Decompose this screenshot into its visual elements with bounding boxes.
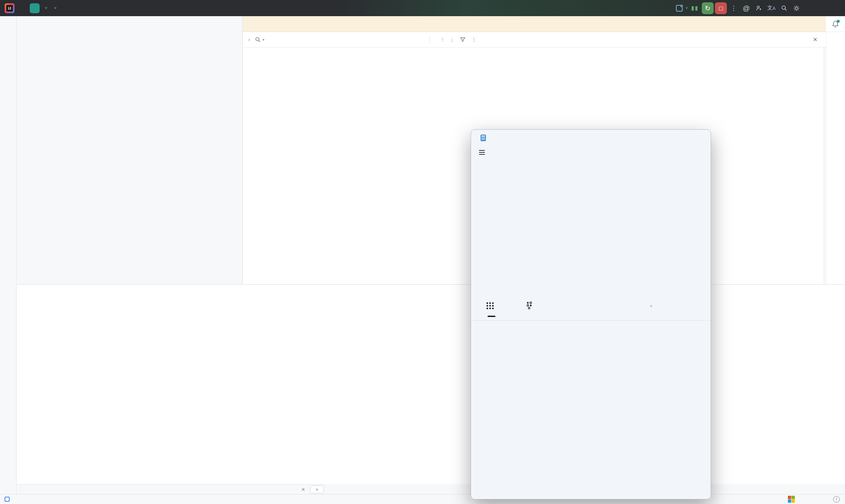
search-options-kebab-icon[interactable]: ⋮ <box>471 37 477 43</box>
prev-occurrence-icon[interactable]: ↑ <box>441 36 444 43</box>
filter-search-icon[interactable] <box>459 36 466 43</box>
intellij-logo: IJ <box>5 3 15 13</box>
search-input[interactable] <box>267 34 425 45</box>
debug-tool-window <box>17 284 845 484</box>
run-config-chevron: ˅ <box>685 6 688 11</box>
more-run-actions-icon[interactable]: ⋮ <box>728 3 739 14</box>
calculator-titlebar <box>471 130 711 146</box>
inspections-widget-icon[interactable]: ! <box>833 496 840 503</box>
breadcrumb-root-icon <box>5 497 10 502</box>
find-bar: › ▾ ↑ ↓ ⋮ × <box>243 32 826 48</box>
search-history-chevron[interactable]: ▾ <box>262 38 264 42</box>
project-selector-chevron: ˅ <box>45 6 48 11</box>
project-avatar <box>30 3 40 13</box>
hamburger-menu-icon[interactable] <box>478 148 486 157</box>
calculator-window: ˅ <box>471 129 711 499</box>
run-config-icon <box>676 5 683 12</box>
profiler-icon[interactable]: ▮▮ <box>689 3 700 14</box>
next-occurrence-icon[interactable]: ↓ <box>450 36 454 43</box>
window-minimize-button[interactable] <box>804 3 815 14</box>
window-close-button[interactable] <box>828 3 840 14</box>
activity-bar <box>0 16 17 494</box>
project-tool-window <box>17 16 243 284</box>
window-maximize-button[interactable] <box>816 3 827 14</box>
close-findbar-icon[interactable]: × <box>813 35 817 44</box>
search-everywhere-icon[interactable] <box>778 3 790 14</box>
translate-icon[interactable]: 文A <box>766 3 777 14</box>
vcs-chevron: ˅ <box>54 6 57 11</box>
status-bar: ! <box>0 494 845 504</box>
memory-menu-button[interactable]: ˅ <box>650 302 653 309</box>
mentions-icon[interactable]: @ <box>741 3 752 14</box>
keypad-tab-underline <box>488 316 495 317</box>
main-window-titlebar: IJ ˅ ˅ ˅ ▮▮ ↻ ▢ ⋮ @ 文A <box>0 0 845 16</box>
windows-logo-icon <box>788 496 795 503</box>
calculator-toolbar: ˅ <box>486 301 653 310</box>
search-icon <box>254 36 261 43</box>
code-with-me-icon[interactable] <box>753 3 764 14</box>
ide-hint-bar: × › <box>17 484 325 494</box>
calculator-app-icon <box>480 134 486 142</box>
stop-button[interactable]: ▢ <box>715 2 727 14</box>
findbar-expand-chevron[interactable]: › <box>248 37 250 42</box>
editor-tab-bar <box>243 16 826 32</box>
notifications-bell-icon[interactable] <box>831 20 839 28</box>
hint-close-icon[interactable]: × <box>301 486 305 493</box>
calculator-keypad <box>476 343 707 495</box>
hint-next-button[interactable]: › <box>310 486 324 493</box>
rerun-debug-button[interactable]: ↻ <box>702 2 714 14</box>
full-keypad-icon[interactable] <box>486 302 494 309</box>
project-selector[interactable] <box>40 0 45 16</box>
bit-toggle-keypad-icon[interactable] <box>526 301 533 310</box>
menu-overflow-chevron[interactable] <box>18 0 28 16</box>
settings-gear-icon[interactable] <box>791 3 802 14</box>
